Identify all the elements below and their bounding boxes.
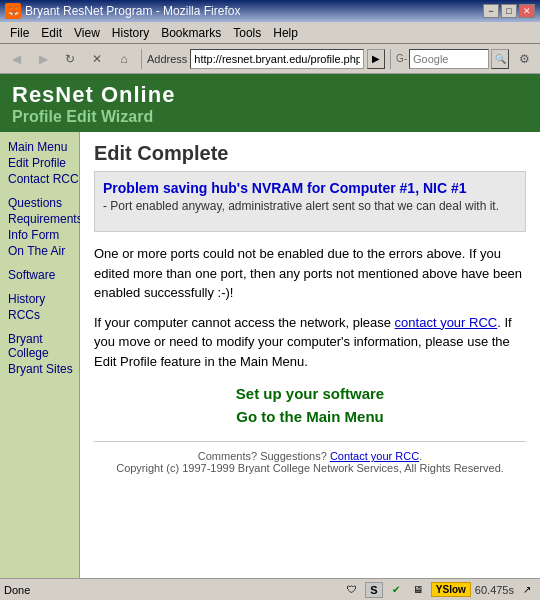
window-title: Bryant ResNet Program - Mozilla Firefox <box>25 4 240 18</box>
info-paragraph1: One or more ports could not be enabled d… <box>94 244 526 303</box>
separator <box>141 49 142 69</box>
status-icons: 🛡 S ✔ 🖥 YSlow 60.475s ↗ <box>343 582 536 598</box>
footer: Comments? Suggestions? Contact your RCC.… <box>94 441 526 474</box>
action-links: Set up your software Go to the Main Menu <box>94 385 526 425</box>
info-paragraph2: If your computer cannot access the netwo… <box>94 313 526 372</box>
reload-button[interactable]: ↻ <box>58 48 82 70</box>
sidebar-requirements[interactable]: Requirements <box>8 212 79 226</box>
sidebar-group-4: History RCCs <box>8 292 79 322</box>
search-label: G- <box>396 53 407 64</box>
forward-button[interactable]: ▶ <box>31 48 55 70</box>
sidebar-group-5: Bryant College Bryant Sites <box>8 332 79 376</box>
page-title: Edit Complete <box>94 142 526 165</box>
shield-icon: 🛡 <box>343 582 361 598</box>
address-input[interactable] <box>190 49 364 69</box>
maximize-button[interactable]: □ <box>501 4 517 18</box>
error-detail: - Port enabled anyway, administrative al… <box>103 199 517 213</box>
site-subtitle: Profile Edit Wizard <box>12 108 528 126</box>
sidebar: Main Menu Edit Profile Contact RCC Quest… <box>0 132 80 578</box>
sidebar-rccs[interactable]: RCCs <box>8 308 79 322</box>
sidebar-questions[interactable]: Questions <box>8 196 79 210</box>
address-label: Address <box>147 53 187 65</box>
footer-line1: Comments? Suggestions? Contact your RCC. <box>94 450 526 462</box>
site-title: ResNet Online <box>12 82 528 108</box>
home-button[interactable]: ⌂ <box>112 48 136 70</box>
sidebar-on-the-air[interactable]: On The Air <box>8 244 79 258</box>
timing-text: 60.475s <box>475 584 514 596</box>
go-button[interactable]: ▶ <box>367 49 385 69</box>
footer-copyright: Copyright (c) 1997-1999 Bryant College N… <box>94 462 526 474</box>
search-input[interactable] <box>409 49 489 69</box>
main-menu-link[interactable]: Go to the Main Menu <box>94 408 526 425</box>
window-controls[interactable]: − □ ✕ <box>483 4 535 18</box>
titlebar: 🦊 Bryant ResNet Program - Mozilla Firefo… <box>0 0 540 22</box>
menu-tools[interactable]: Tools <box>227 24 267 42</box>
sidebar-main-menu[interactable]: Main Menu <box>8 140 79 154</box>
arrow-icon: ↗ <box>518 582 536 598</box>
sidebar-history[interactable]: History <box>8 292 79 306</box>
sidebar-group-3: Software <box>8 268 79 282</box>
search-go-button[interactable]: 🔍 <box>491 49 509 69</box>
site-header: ResNet Online Profile Edit Wizard <box>0 74 540 132</box>
menu-bookmarks[interactable]: Bookmarks <box>155 24 227 42</box>
main-content: Edit Complete Problem saving hub's NVRAM… <box>80 132 540 578</box>
sidebar-edit-profile[interactable]: Edit Profile <box>8 156 79 170</box>
error-heading: Problem saving hub's NVRAM for Computer … <box>103 180 517 196</box>
menu-history[interactable]: History <box>106 24 155 42</box>
menu-help[interactable]: Help <box>267 24 304 42</box>
sidebar-contact-rcc[interactable]: Contact RCC <box>8 172 79 186</box>
sidebar-bryant-college[interactable]: Bryant College <box>8 332 79 360</box>
back-button[interactable]: ◀ <box>4 48 28 70</box>
sidebar-group-1: Main Menu Edit Profile Contact RCC <box>8 140 79 186</box>
menu-view[interactable]: View <box>68 24 106 42</box>
menu-edit[interactable]: Edit <box>35 24 68 42</box>
address-bar: Address ▶ <box>147 49 385 69</box>
close-button[interactable]: ✕ <box>519 4 535 18</box>
main-layout: Main Menu Edit Profile Contact RCC Quest… <box>0 132 540 578</box>
sidebar-bryant-sites[interactable]: Bryant Sites <box>8 362 79 376</box>
separator2 <box>390 49 391 69</box>
toolbar: ◀ ▶ ↻ ✕ ⌂ Address ▶ G- 🔍 ⚙ <box>0 44 540 74</box>
app-icon: 🦊 <box>5 3 21 19</box>
setup-software-link[interactable]: Set up your software <box>94 385 526 402</box>
check-icon: ✔ <box>387 582 405 598</box>
statusbar: Done 🛡 S ✔ 🖥 YSlow 60.475s ↗ <box>0 578 540 600</box>
settings-button[interactable]: ⚙ <box>512 48 536 70</box>
contact-rcc-link[interactable]: contact your RCC <box>395 315 498 330</box>
sidebar-software[interactable]: Software <box>8 268 79 282</box>
yslow-badge: YSlow <box>431 582 471 597</box>
minimize-button[interactable]: − <box>483 4 499 18</box>
info-text-before: If your computer cannot access the netwo… <box>94 315 395 330</box>
network-icon: 🖥 <box>409 582 427 598</box>
sidebar-info-form[interactable]: Info Form <box>8 228 79 242</box>
menu-file[interactable]: File <box>4 24 35 42</box>
browser-content: ResNet Online Profile Edit Wizard Main M… <box>0 74 540 578</box>
sidebar-group-2: Questions Requirements Info Form On The … <box>8 196 79 258</box>
footer-contact-link[interactable]: Contact your RCC <box>330 450 419 462</box>
menubar: File Edit View History Bookmarks Tools H… <box>0 22 540 44</box>
footer-comments: Comments? Suggestions? <box>198 450 330 462</box>
status-text: Done <box>4 584 337 596</box>
s-icon: S <box>365 582 383 598</box>
error-box: Problem saving hub's NVRAM for Computer … <box>94 171 526 232</box>
stop-button[interactable]: ✕ <box>85 48 109 70</box>
